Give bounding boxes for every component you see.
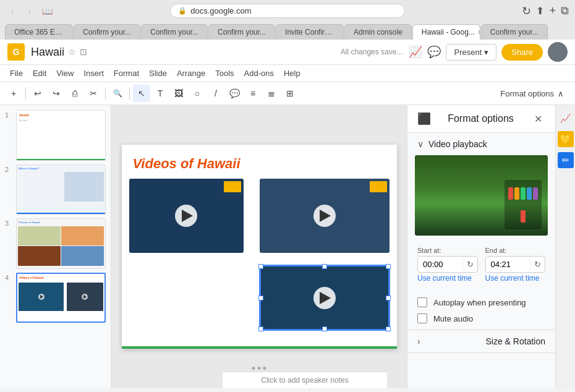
redo-btn[interactable]: ↪ <box>48 85 65 102</box>
tab-confirm4[interactable]: Confirm your... <box>481 24 548 40</box>
slide-thumb-2[interactable]: 2 Where is Hawaii? <box>5 164 106 215</box>
reload-button[interactable]: ↻ <box>522 4 531 18</box>
align-left-btn[interactable]: ≡ <box>244 85 262 102</box>
dot-2 <box>258 367 261 370</box>
format-panel-close[interactable]: ✕ <box>530 111 545 126</box>
paint-format-btn[interactable]: ✂ <box>85 85 102 102</box>
shape-btn[interactable]: ○ <box>189 85 206 102</box>
handle-tl[interactable] <box>258 264 263 269</box>
tab-confirm3[interactable]: Confirm your... <box>208 24 275 40</box>
slide-3-preview[interactable]: Pictures of Hawaii <box>16 218 106 269</box>
edit-tool-right[interactable]: ✏ <box>558 152 574 168</box>
menu-insert[interactable]: Insert <box>79 66 109 80</box>
forward-button[interactable]: › <box>23 5 36 17</box>
explore-btn[interactable]: 📈 <box>558 110 574 126</box>
tab-office365[interactable]: Office 365 Ed... <box>5 24 73 40</box>
zoom-btn[interactable]: 🔍 <box>109 85 126 102</box>
autoplay-checkbox-item[interactable]: Autoplay when presenting <box>417 297 545 307</box>
slide-thumb-3[interactable]: 3 Pictures of Hawaii <box>5 218 106 269</box>
handle-bl[interactable] <box>258 326 263 331</box>
video-1[interactable] <box>129 179 244 253</box>
size-rotation-header[interactable]: › Size & Rotation <box>407 330 555 352</box>
folder-icon[interactable]: ⊡ <box>80 47 87 57</box>
video-1-play[interactable] <box>175 205 197 227</box>
video-playback-header[interactable]: ∨ Video playback <box>407 133 555 155</box>
tab-close-icon[interactable]: ✕ <box>477 28 480 36</box>
align-right-btn[interactable]: ≣ <box>263 85 280 102</box>
slide-2-preview[interactable]: Where is Hawaii? <box>16 164 106 215</box>
video-thumb-bg <box>415 155 548 236</box>
video-3[interactable] <box>260 265 390 330</box>
menu-tools[interactable]: Tools <box>210 66 239 80</box>
tab-invite[interactable]: Invite Confirm... <box>276 24 344 40</box>
tab-confirm1[interactable]: Confirm your... <box>74 24 140 40</box>
nat-geo-badge <box>224 181 241 192</box>
comment-tool-right[interactable]: 💛 <box>558 131 574 147</box>
slide-4-vid1 <box>19 283 64 312</box>
address-bar[interactable]: 🔒 docs.google.com <box>170 4 405 18</box>
tab-admin[interactable]: Admin console <box>344 24 412 40</box>
size-rotation-collapsed-icon: › <box>417 336 420 346</box>
avatar <box>548 42 568 62</box>
video-2[interactable] <box>260 179 390 253</box>
book-icon[interactable]: 📖 <box>41 5 53 17</box>
add-tab-button[interactable]: + <box>549 4 556 17</box>
menu-view[interactable]: View <box>51 66 79 80</box>
notes-bar[interactable]: Click to add speaker notes <box>223 372 387 388</box>
comment-tool-btn[interactable]: 💬 <box>226 85 243 102</box>
start-time-refresh[interactable]: ↻ <box>462 257 477 271</box>
present-dropdown-icon: ▾ <box>484 48 488 57</box>
text-btn[interactable]: T <box>151 85 169 102</box>
slide-thumb-4[interactable]: 4 Videos of Hawaii <box>5 273 106 323</box>
end-time-input[interactable] <box>486 257 530 272</box>
undo-btn[interactable]: ↩ <box>29 85 46 102</box>
slide-2-map <box>64 172 104 202</box>
video-2-play[interactable] <box>313 205 336 227</box>
slide-4-preview[interactable]: Videos of Hawaii <box>16 273 106 323</box>
handle-tm[interactable] <box>322 264 327 269</box>
slide-thumb-1[interactable]: 1 Hawaii Mr. Lanier <box>5 110 106 161</box>
menu-addons[interactable]: Add-ons <box>239 66 279 80</box>
menu-slide[interactable]: Slide <box>144 66 172 80</box>
menu-help[interactable]: Help <box>279 66 305 80</box>
star-icon[interactable]: ☆ <box>68 47 76 57</box>
share-button[interactable]: ⬆ <box>536 5 544 17</box>
format-options-button[interactable]: Format options ∧ <box>494 87 570 101</box>
handle-mr[interactable] <box>386 296 391 300</box>
share-button-app[interactable]: Share <box>501 44 543 61</box>
menu-format[interactable]: Format <box>109 66 144 80</box>
handle-ml[interactable] <box>258 296 263 300</box>
back-button[interactable]: ‹ <box>6 5 19 17</box>
menu-edit[interactable]: Edit <box>28 66 51 80</box>
handle-bm[interactable] <box>322 326 327 331</box>
chart-button[interactable]: 📈 <box>409 45 422 59</box>
end-use-current[interactable]: Use current time <box>485 274 546 283</box>
autoplay-checkbox[interactable] <box>417 297 427 307</box>
slide-canvas[interactable]: Videos of Hawaii <box>122 145 397 349</box>
more-btn[interactable]: ⊞ <box>281 85 299 102</box>
mute-checkbox-item[interactable]: Mute audio <box>417 313 545 323</box>
menu-arrange[interactable]: Arrange <box>172 66 210 80</box>
end-time-refresh[interactable]: ↻ <box>530 257 545 271</box>
start-time-input[interactable] <box>418 257 462 272</box>
image-btn[interactable]: 🖼 <box>170 85 187 102</box>
line-btn[interactable]: / <box>207 85 224 102</box>
canvas-area[interactable]: Videos of Hawaii <box>111 105 407 388</box>
comment-button[interactable]: 💬 <box>427 45 441 59</box>
slide-1-preview[interactable]: Hawaii Mr. Lanier <box>16 110 106 161</box>
toolbar-separator-2 <box>105 87 106 100</box>
handle-tr[interactable] <box>386 264 391 269</box>
handle-br[interactable] <box>386 326 391 331</box>
tabs-button[interactable]: ⧉ <box>561 4 569 17</box>
add-tool-btn[interactable]: + <box>5 85 22 102</box>
present-button[interactable]: Present ▾ <box>446 44 496 61</box>
print-btn[interactable]: ⎙ <box>66 85 83 102</box>
video-3-play[interactable] <box>313 287 336 309</box>
select-btn[interactable]: ↖ <box>133 85 150 102</box>
tab-hawaii[interactable]: Hawaii - Goog... ✕ <box>412 24 480 40</box>
tab-confirm2[interactable]: Confirm your... <box>141 24 208 40</box>
slides-app: G Hawaii ☆ ⊡ All changes save... 📈 💬 Pre… <box>0 40 575 388</box>
menu-file[interactable]: File <box>5 66 28 80</box>
start-use-current[interactable]: Use current time <box>417 274 478 283</box>
mute-checkbox[interactable] <box>417 313 427 323</box>
